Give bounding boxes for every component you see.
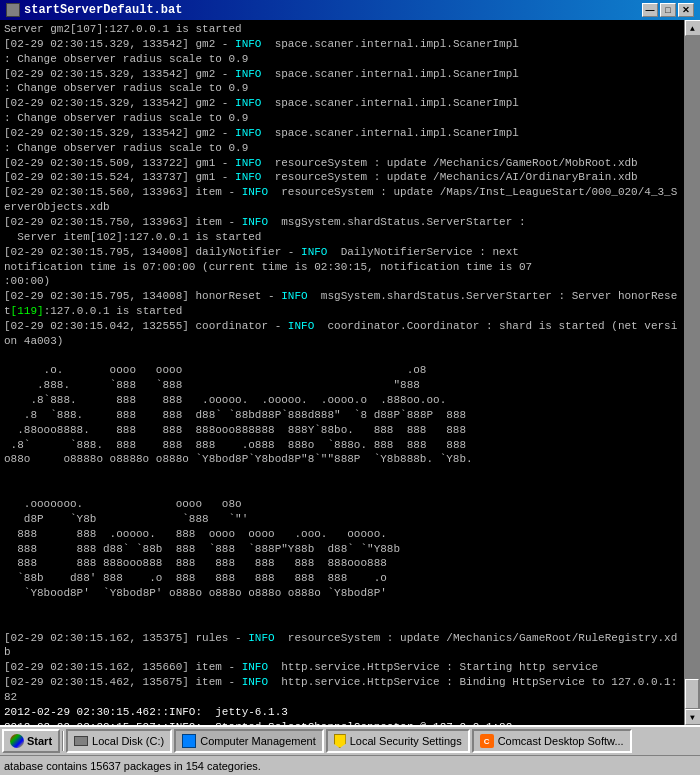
scroll-track xyxy=(685,36,700,709)
app-icon xyxy=(6,3,20,17)
scrollbar[interactable]: ▲ ▼ xyxy=(684,20,700,725)
window-controls: — □ ✕ xyxy=(642,3,694,17)
taskbar-item-localdisk[interactable]: Local Disk (C:) xyxy=(66,729,172,753)
close-button[interactable]: ✕ xyxy=(678,3,694,17)
scroll-thumb[interactable] xyxy=(685,679,699,709)
taskbar-label-localdisk: Local Disk (C:) xyxy=(92,735,164,747)
start-icon xyxy=(10,734,24,748)
title-bar: startServerDefault.bat — □ ✕ xyxy=(0,0,700,20)
maximize-button[interactable]: □ xyxy=(660,3,676,17)
window-title: startServerDefault.bat xyxy=(24,3,182,17)
taskbar-item-localsecurity[interactable]: Local Security Settings xyxy=(326,729,470,753)
taskbar-item-comcast[interactable]: C Comcast Desktop Softw... xyxy=(472,729,632,753)
status-text: atabase contains 15637 packages in 154 c… xyxy=(4,760,261,772)
terminal-output[interactable]: Server gm2[107]:127.0.0.1 is started [02… xyxy=(0,20,684,725)
status-bar: atabase contains 15637 packages in 154 c… xyxy=(0,755,700,775)
c-icon: C xyxy=(480,734,494,748)
start-button[interactable]: Start xyxy=(2,729,60,753)
taskbar-separator xyxy=(62,731,64,751)
start-label: Start xyxy=(27,735,52,747)
taskbar: Start Local Disk (C:) Computer Managemen… xyxy=(0,725,700,755)
cm-icon xyxy=(182,734,196,748)
minimize-button[interactable]: — xyxy=(642,3,658,17)
taskbar-label-comcast: Comcast Desktop Softw... xyxy=(498,735,624,747)
scroll-down-button[interactable]: ▼ xyxy=(685,709,701,725)
shield-icon xyxy=(334,734,346,748)
scroll-up-button[interactable]: ▲ xyxy=(685,20,701,36)
title-bar-left: startServerDefault.bat xyxy=(6,3,182,17)
hdd-icon xyxy=(74,736,88,746)
taskbar-label-computermgmt: Computer Management xyxy=(200,735,316,747)
terminal-wrapper: Server gm2[107]:127.0.0.1 is started [02… xyxy=(0,20,700,725)
taskbar-label-localsecurity: Local Security Settings xyxy=(350,735,462,747)
taskbar-item-computermgmt[interactable]: Computer Management xyxy=(174,729,324,753)
